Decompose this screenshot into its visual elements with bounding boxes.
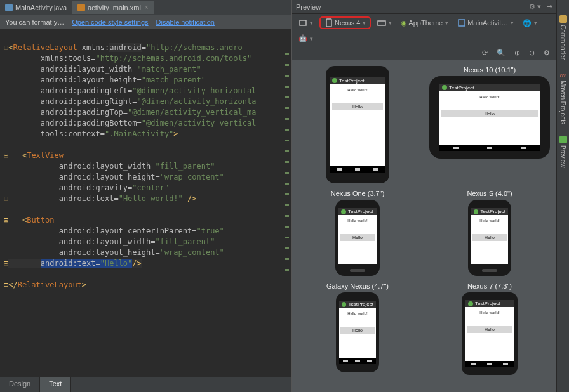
- toolwindow-commander[interactable]: Commander: [559, 15, 567, 60]
- device-nexus7[interactable]: Nexus 7 (7.3") TestProject Hello world!H…: [429, 282, 550, 375]
- orientation-dropdown[interactable]: ▾: [375, 17, 394, 29]
- tab-text[interactable]: Text: [40, 377, 71, 392]
- notification-banner: You can format y… Open code style settin…: [0, 15, 291, 29]
- tab-activity-main-xml[interactable]: activity_main.xml ×: [72, 1, 154, 14]
- editor-tabs: MainActivity.java activity_main.xml ×: [0, 0, 291, 15]
- banner-message: You can format y…: [5, 18, 64, 26]
- editor-mode-tabs: Design Text: [0, 377, 291, 392]
- code-editor[interactable]: ⊟<RelativeLayout xmlns:android="http://s…: [0, 29, 291, 377]
- tab-mainactivity-java[interactable]: MainActivity.java: [0, 1, 72, 14]
- device-nexuss[interactable]: Nexus S (4.0") TestProject Hello world!H…: [429, 190, 550, 276]
- preview-toolbar-2: ⟳ 🔍 ⊕ ⊖ ⚙: [292, 46, 556, 60]
- refresh-icon[interactable]: ⟳: [479, 48, 490, 58]
- preview-header: Preview ⚙ ▾ ⇥: [292, 0, 556, 14]
- java-file-icon: [5, 4, 13, 11]
- tab-label: activity_main.xml: [88, 4, 141, 11]
- zoom-out-icon[interactable]: ⊖: [526, 48, 537, 58]
- xml-file-icon: [77, 4, 85, 11]
- hide-panel-icon[interactable]: ⇥: [547, 3, 552, 10]
- svg-rect-0: [300, 20, 306, 25]
- settings-icon[interactable]: ⚙: [541, 48, 552, 58]
- editor-panel: MainActivity.java activity_main.xml × Yo…: [0, 0, 292, 392]
- preview-toolbar: ▾ Nexus 4 ▾ ▾ ◉AppTheme▾ MainActivit…▾ 🌐…: [292, 14, 556, 46]
- zoom-actual-icon[interactable]: 🔍: [494, 48, 508, 58]
- svg-rect-1: [326, 19, 331, 27]
- zoom-in-icon[interactable]: ⊕: [512, 48, 523, 58]
- activity-dropdown[interactable]: MainActivit…▾: [455, 17, 516, 29]
- device-nexus10[interactable]: Nexus 10 (10.1") TestProject Hello world…: [429, 66, 550, 183]
- locale-dropdown[interactable]: 🌐▾: [520, 18, 540, 29]
- close-icon[interactable]: ×: [145, 4, 149, 11]
- viewport-config-dropdown[interactable]: ▾: [296, 17, 316, 29]
- open-code-style-link[interactable]: Open code style settings: [72, 18, 148, 26]
- marker-stripe: [285, 32, 290, 301]
- device-galaxynexus[interactable]: Galaxy Nexus (4.7") TestProject Hello wo…: [298, 282, 417, 375]
- device-nexusone[interactable]: Nexus One (3.7") TestProject Hello world…: [298, 190, 417, 276]
- theme-dropdown[interactable]: ◉AppTheme▾: [398, 18, 451, 29]
- toolwindow-maven[interactable]: mMaven Projects: [559, 71, 567, 124]
- device-nexus4[interactable]: TestProject Hello world!Hello: [298, 66, 417, 183]
- tab-label: MainActivity.java: [15, 4, 67, 11]
- right-tool-windows: Commander mMaven Projects Preview: [556, 0, 569, 392]
- toolwindow-preview[interactable]: Preview: [559, 136, 567, 168]
- api-level-dropdown[interactable]: 🤖▾: [296, 33, 316, 44]
- svg-rect-3: [459, 20, 465, 26]
- tab-design[interactable]: Design: [0, 377, 40, 392]
- preview-title: Preview: [296, 3, 321, 11]
- device-selected-label: Nexus 4: [335, 19, 360, 27]
- device-selector-dropdown[interactable]: Nexus 4 ▾: [319, 16, 371, 29]
- preview-area: TestProject Hello world!Hello Nexus 10 (…: [292, 60, 556, 392]
- preview-panel: Preview ⚙ ▾ ⇥ ▾ Nexus 4 ▾ ▾ ◉AppTheme▾ M…: [292, 0, 556, 392]
- svg-rect-2: [378, 21, 385, 25]
- disable-notification-link[interactable]: Disable notification: [156, 18, 215, 26]
- gear-icon[interactable]: ⚙ ▾: [529, 3, 541, 10]
